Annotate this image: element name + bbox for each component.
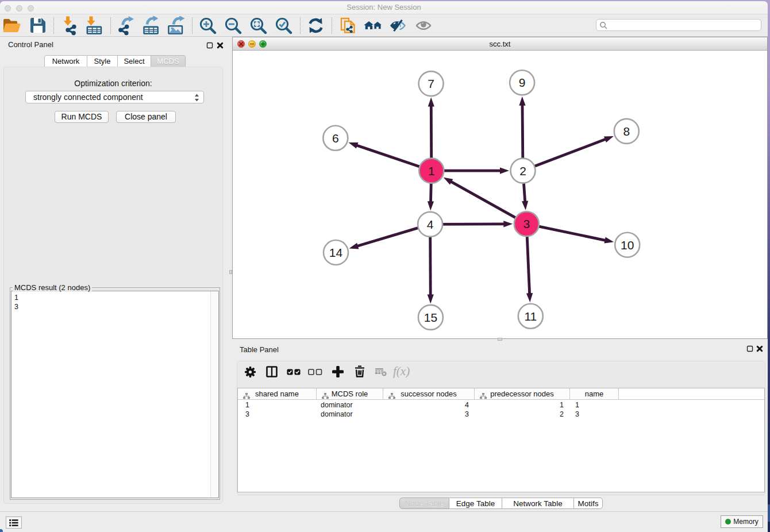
svg-text:1: 1 [428,164,435,178]
svg-text:3: 3 [523,217,530,230]
svg-text:10: 10 [621,238,634,252]
svg-text:9: 9 [519,76,526,89]
svg-text:11: 11 [524,310,537,323]
svg-text:15: 15 [424,311,437,324]
svg-text:2: 2 [519,164,526,178]
svg-text:4: 4 [427,218,434,231]
svg-text:7: 7 [428,77,434,90]
svg-text:8: 8 [623,125,630,138]
svg-text:14: 14 [329,246,343,259]
svg-text:6: 6 [332,132,339,145]
